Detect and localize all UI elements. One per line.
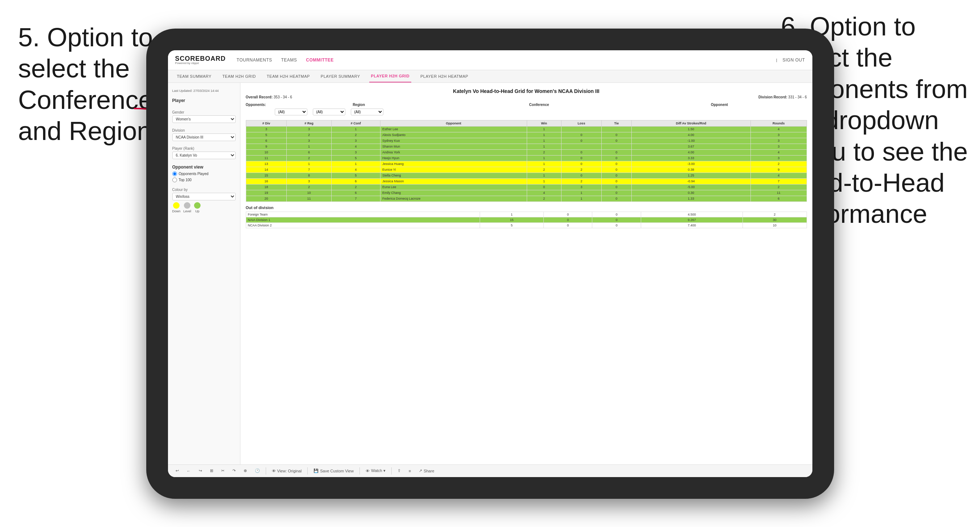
redo-button[interactable]: ↪ <box>197 468 204 474</box>
colour-by-section: Colour by Win/loss Down Level <box>172 188 235 213</box>
region-select[interactable]: (All) <box>275 108 307 115</box>
save-icon: 💾 <box>313 468 318 473</box>
conference-select[interactable]: (All) <box>313 108 345 115</box>
th-div: # Div <box>246 120 287 126</box>
filter-selects-row: (All) (All) (All) <box>275 108 807 115</box>
toolbar-sep-2 <box>307 467 308 475</box>
gender-label: Gender <box>172 110 235 114</box>
opponent-select[interactable]: (All) <box>351 108 383 115</box>
sign-out-link[interactable]: Sign out <box>782 57 805 63</box>
grid-button[interactable]: ⊞ <box>208 468 215 474</box>
nav-right: | Sign out <box>776 57 805 63</box>
colour-level-circle <box>184 202 191 209</box>
colour-by-select[interactable]: Win/loss <box>172 193 235 200</box>
th-loss: Loss <box>561 120 601 126</box>
th-conf: # Conf <box>331 120 380 126</box>
toolbar-sep-3 <box>360 467 360 475</box>
colour-level-label: Level <box>183 210 191 213</box>
h2h-table: # Div # Reg # Conf Opponent Win Loss Tie… <box>246 120 807 202</box>
th-reg: # Reg <box>287 120 331 126</box>
colour-down: Down <box>172 202 181 213</box>
colour-down-label: Down <box>172 210 181 213</box>
ood-row: Foreign Team 100 4.5002 <box>246 211 807 217</box>
colour-up-label: Up <box>195 210 199 213</box>
filter-row: Opponents: Region Conference Opponent <box>246 103 807 107</box>
cut-button[interactable]: ✂ <box>219 468 227 474</box>
ood-row: NAIA Division 1 1500 9.26730 <box>246 217 807 222</box>
division-select[interactable]: NCAA Division III <box>172 133 235 141</box>
player-section-title: Player <box>172 98 235 103</box>
opponent-filter: (All) <box>351 108 383 115</box>
opponents-label: Opponents: <box>246 103 266 107</box>
sec-nav-player-summary[interactable]: PLAYER SUMMARY <box>319 70 362 83</box>
logo: SCOREBOARD <box>175 56 226 62</box>
gender-select[interactable]: Women's <box>172 115 235 123</box>
table-row: 1311 Jessica Huang 100 -3.002 <box>246 161 807 167</box>
colour-by-label: Colour by <box>172 188 235 192</box>
sec-nav-player-h2h-heatmap[interactable]: PLAYER H2H HEATMAP <box>418 70 470 83</box>
content-area: Katelyn Vo Head-to-Head Grid for Women's… <box>240 83 812 464</box>
view-original-button[interactable]: 👁 View: Original <box>270 468 304 474</box>
table-row: 1585 Stella Cheng 100 1.254 <box>246 173 807 178</box>
table-row: 1822 Euna Lee 030 -5.002 <box>246 184 807 190</box>
undo-button[interactable]: ↩ <box>173 468 181 474</box>
conference-header: Conference <box>452 103 627 107</box>
overall-record: Overall Record: 353 - 34 - 6 <box>246 95 292 99</box>
nav-pipe: | <box>776 58 777 62</box>
menu-button[interactable]: ≡ <box>407 468 413 474</box>
region-header: Region <box>272 103 446 107</box>
last-updated: Last Updated: 27/03/2024 14:44 <box>172 88 235 93</box>
watch-button[interactable]: 👁 Watch ▾ <box>363 468 388 474</box>
table-row: 331 Esther Lee 1 1.504 <box>246 126 807 132</box>
colour-level: Level <box>183 202 191 213</box>
table-row: 1636 Jessica Mason 120 -0.947 <box>246 178 807 184</box>
nav-tournaments[interactable]: TOURNAMENTS <box>237 57 272 63</box>
player-rank-field: Player (Rank) 6. Katelyn Vo <box>172 146 235 159</box>
sec-nav-team-summary[interactable]: TEAM SUMMARY <box>175 70 213 83</box>
colour-up: Up <box>194 202 200 213</box>
colour-up-circle <box>194 202 200 209</box>
plus-button[interactable]: ⊕ <box>242 468 249 474</box>
th-diff: Diff Av Strokes/Rnd <box>632 120 751 126</box>
logo-subtitle: Powered by clippd <box>175 62 226 65</box>
colour-down-circle <box>173 202 180 209</box>
player-rank-label: Player (Rank) <box>172 146 235 151</box>
table-row: 522 Alexis Sudjianto 100 4.003 <box>246 132 807 138</box>
top-nav: SCOREBOARD Powered by clippd TOURNAMENTS… <box>168 50 812 70</box>
table-row: 1063 Andrea York 200 4.004 <box>246 149 807 155</box>
nav-teams[interactable]: TEAMS <box>281 57 297 63</box>
table-row: 19106 Emily Chang 410 0.3011 <box>246 190 807 196</box>
table-row: 1474 Eunice Yi 220 0.389 <box>246 167 807 173</box>
ood-row: NCAA Division 2 500 7.40010 <box>246 222 807 228</box>
tablet-device: SCOREBOARD Powered by clippd TOURNAMENTS… <box>146 29 834 499</box>
table-row: 633 Sydney Kuo 100 -1.003 <box>246 138 807 144</box>
th-opponent: Opponent <box>380 120 527 126</box>
table-row: 914 Sharon Mun 1 3.673 <box>246 144 807 149</box>
nav-committee[interactable]: COMMITTEE <box>306 57 334 63</box>
colour-circles: Down Level Up <box>172 202 235 213</box>
back-button[interactable]: ← <box>185 468 193 474</box>
tablet-screen: SCOREBOARD Powered by clippd TOURNAMENTS… <box>168 50 812 477</box>
clock-button[interactable]: 🕐 <box>253 468 262 474</box>
conference-filter: (All) <box>313 108 345 115</box>
eye-icon: 👁 <box>272 469 276 473</box>
upload-button[interactable]: ⇧ <box>395 468 403 474</box>
sidebar: Last Updated: 27/03/2024 14:44 Player Ge… <box>168 83 240 464</box>
logo-area: SCOREBOARD Powered by clippd <box>175 56 226 65</box>
secondary-nav: TEAM SUMMARY TEAM H2H GRID TEAM H2H HEAT… <box>168 70 812 83</box>
share-button[interactable]: ↗ Share <box>417 468 436 474</box>
division-record: Division Record: 331 - 34 - 6 <box>759 95 807 99</box>
division-field: Division NCAA Division III <box>172 129 235 141</box>
sec-nav-player-h2h-grid[interactable]: PLAYER H2H GRID <box>369 70 412 83</box>
player-rank-select[interactable]: 6. Katelyn Vo <box>172 152 235 159</box>
record-row: Overall Record: 353 - 34 - 6 Division Re… <box>246 95 807 99</box>
sec-nav-team-h2h-grid[interactable]: TEAM H2H GRID <box>221 70 258 83</box>
forward-button[interactable]: ↷ <box>230 468 238 474</box>
gender-field: Gender Women's <box>172 110 235 123</box>
radio-top100[interactable]: Top 100 <box>172 178 235 182</box>
share-icon: ↗ <box>419 468 422 473</box>
sec-nav-team-h2h-heatmap[interactable]: TEAM H2H HEATMAP <box>265 70 312 83</box>
save-custom-view-button[interactable]: 💾 Save Custom View <box>311 468 356 474</box>
filter-section: Opponents: Region Conference Opponent (A… <box>246 103 807 117</box>
radio-opponents-played[interactable]: Opponents Played <box>172 171 235 176</box>
